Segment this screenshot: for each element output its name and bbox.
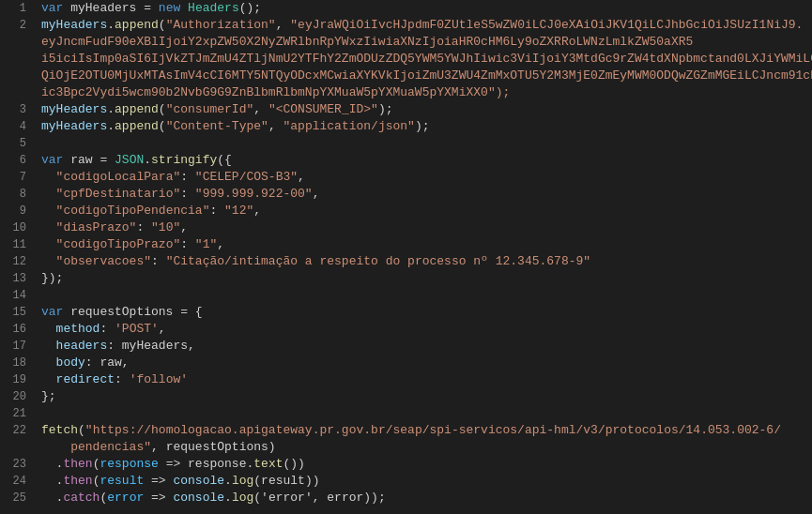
line-number: 6 (8, 152, 26, 169)
token: "10" (151, 220, 180, 234)
code-line: .catch(error => console.log('error', err… (41, 490, 804, 506)
token: "codigoTipoPrazo" (56, 237, 181, 251)
line-number: 17 (8, 338, 26, 355)
token: "1" (195, 237, 217, 251)
token: requestOptions (63, 305, 180, 319)
token: "https://homologacao.apigateway.pr.gov.b… (85, 423, 781, 437)
code-line: var raw = JSON.stringify({ (41, 152, 804, 169)
token: myHeaders (41, 102, 107, 116)
token: raw (63, 153, 100, 167)
token: : (209, 204, 224, 218)
code-line: "codigoTipoPrazo": "1", (41, 236, 804, 253)
token: body (41, 355, 85, 370)
token: log (232, 474, 253, 488)
token: fetch (41, 423, 78, 437)
line-number: 22 (8, 422, 26, 439)
code-line: fetch("https://homologacao.apigateway.pr… (41, 422, 804, 439)
token: text (253, 457, 283, 471)
token: "Content-Type" (166, 119, 268, 133)
token: append (115, 119, 159, 133)
line-number: 23 (8, 456, 26, 473)
token: append (115, 102, 159, 116)
token: "12" (224, 204, 253, 218)
token: response (100, 457, 158, 471)
token: , (268, 119, 283, 133)
code-line: .then(response => response.text()) (41, 456, 804, 473)
line-number: 10 (8, 219, 26, 236)
token: ()) (283, 457, 305, 471)
line-number (8, 68, 26, 84)
line-number: 8 (8, 186, 26, 203)
token: log (232, 491, 253, 505)
token: then (63, 457, 92, 471)
token: console (173, 491, 224, 505)
line-number (8, 439, 26, 456)
line-number: 2 (8, 17, 26, 34)
token: myHeaders (63, 1, 144, 15)
line-number: 24 (8, 473, 26, 490)
token (41, 170, 56, 184)
code-line: var requestOptions = { (41, 304, 804, 321)
token: }; (41, 389, 56, 403)
line-number: 5 (8, 135, 26, 152)
token: JSON (107, 153, 144, 167)
line-number: 25 (8, 490, 26, 506)
line-number: 18 (8, 355, 26, 371)
token: ( (159, 119, 166, 133)
token: , (253, 204, 261, 218)
token: myHeaders (41, 18, 107, 32)
token: ( (159, 102, 166, 116)
code-line (41, 135, 804, 152)
token (41, 254, 56, 268)
code-line: }); (41, 270, 804, 287)
token: i5iciIsImp0aSI6IjVkZTJmZmU4ZTljNmU2YTFhY… (41, 52, 812, 66)
token: : (100, 322, 115, 336)
code-line: method: 'POST', (41, 321, 804, 338)
code-line (41, 405, 804, 422)
token: , (253, 102, 268, 116)
token: . (41, 474, 63, 488)
code-line: "cpfDestinatario": "999.999.922-00", (41, 186, 804, 203)
token: method (41, 322, 100, 336)
token: "999.999.922-00" (195, 187, 313, 201)
line-number: 9 (8, 203, 26, 219)
token: , (298, 170, 305, 184)
code-line: myHeaders.append("consumerId", "<CONSUME… (41, 101, 804, 118)
line-number: 3 (8, 101, 26, 118)
token (151, 1, 159, 15)
token: pendencias" (41, 440, 151, 454)
token: ); (415, 119, 430, 133)
token: "eyJraWQiOiIvcHJpdmF0ZUtleS5wZW0iLCJ0eXA… (290, 18, 803, 32)
token: "cpfDestinatario" (56, 187, 181, 201)
token: ic3Bpc2Vydi5wcm90b2NvbG9G9ZnBlbmRlbmNpYX… (41, 85, 510, 99)
line-number: 12 (8, 253, 26, 270)
token: "Authorization" (166, 18, 276, 32)
code-line: myHeaders.append("Content-Type", "applic… (41, 118, 804, 135)
token: => (144, 491, 173, 505)
token: , requestOptions) (151, 440, 276, 454)
token: ); (378, 102, 393, 116)
token: result (100, 474, 144, 488)
code-line (41, 287, 804, 304)
token (41, 187, 56, 201)
line-number (8, 84, 26, 101)
token: Headers (188, 1, 239, 15)
code-line: "diasPrazo": "10", (41, 219, 804, 236)
code-line: pendencias", requestOptions) (41, 439, 804, 456)
token: . (107, 119, 115, 133)
line-number: 7 (8, 169, 26, 186)
token: new (159, 1, 180, 15)
token: 'POST' (115, 322, 159, 336)
token: . (224, 491, 232, 505)
token: myHeaders (41, 119, 107, 133)
token: . (144, 153, 151, 167)
token: error (107, 491, 144, 505)
code-line: "codigoTipoPendencia": "12", (41, 203, 804, 219)
line-number: 1 (8, 0, 26, 17)
line-number: 11 (8, 236, 26, 253)
line-number (8, 51, 26, 68)
token: . (224, 474, 232, 488)
line-number: 21 (8, 405, 26, 422)
code-content[interactable]: var myHeaders = new Headers();myHeaders.… (34, 0, 812, 514)
token: "diasPrazo" (56, 220, 137, 234)
